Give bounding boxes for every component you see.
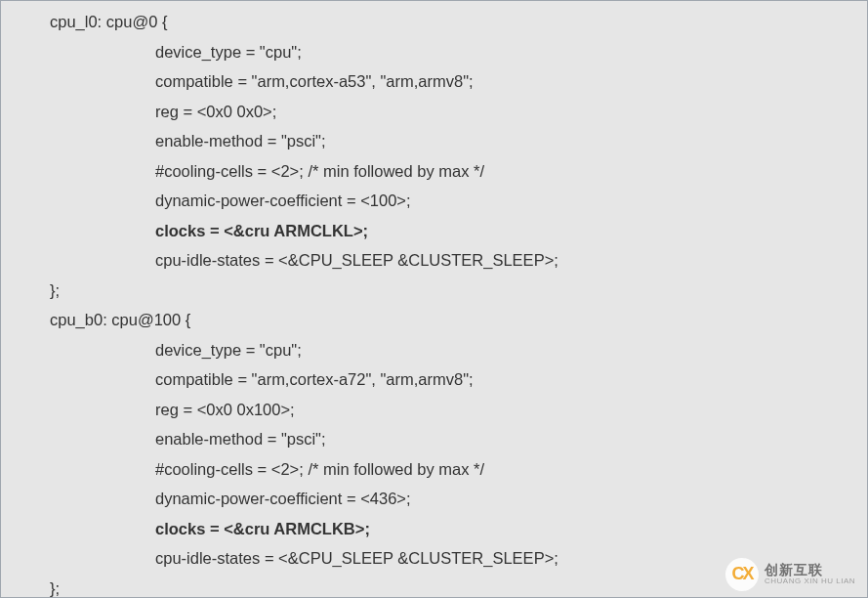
code-line: compatible = "arm,cortex-a53", "arm,armv… xyxy=(1,66,867,97)
code-line: compatible = "arm,cortex-a72", "arm,armv… xyxy=(1,364,867,395)
code-block: cpu_l0: cpu@0 {device_type = "cpu";compa… xyxy=(1,1,867,598)
watermark-cn: 创新互联 xyxy=(765,563,855,577)
code-line: dynamic-power-coefficient = <436>; xyxy=(1,484,867,514)
code-line: }; xyxy=(1,276,867,306)
code-line: device_type = "cpu"; xyxy=(1,37,867,67)
watermark: CX 创新互联 CHUANG XIN HU LIAN xyxy=(725,558,855,591)
code-line: device_type = "cpu"; xyxy=(1,335,867,365)
watermark-en: CHUANG XIN HU LIAN xyxy=(765,577,855,586)
code-line: cpu_b0: cpu@100 { xyxy=(1,305,867,335)
watermark-logo-icon: CX xyxy=(725,558,759,591)
code-line: reg = <0x0 0x100>; xyxy=(1,395,867,425)
code-line: reg = <0x0 0x0>; xyxy=(1,97,867,127)
code-line: cpu_l0: cpu@0 { xyxy=(1,7,867,37)
code-line: #cooling-cells = <2>; /* min followed by… xyxy=(1,156,867,187)
code-line: #cooling-cells = <2>; /* min followed by… xyxy=(1,454,867,485)
watermark-text: 创新互联 CHUANG XIN HU LIAN xyxy=(765,563,855,586)
code-line: clocks = <&cru ARMCLKL>; xyxy=(1,216,867,246)
code-line: enable-method = "psci"; xyxy=(1,126,867,156)
code-line: clocks = <&cru ARMCLKB>; xyxy=(1,514,867,544)
code-line: enable-method = "psci"; xyxy=(1,424,867,454)
code-line: cpu-idle-states = <&CPU_SLEEP &CLUSTER_S… xyxy=(1,245,867,276)
code-line: dynamic-power-coefficient = <100>; xyxy=(1,186,867,216)
